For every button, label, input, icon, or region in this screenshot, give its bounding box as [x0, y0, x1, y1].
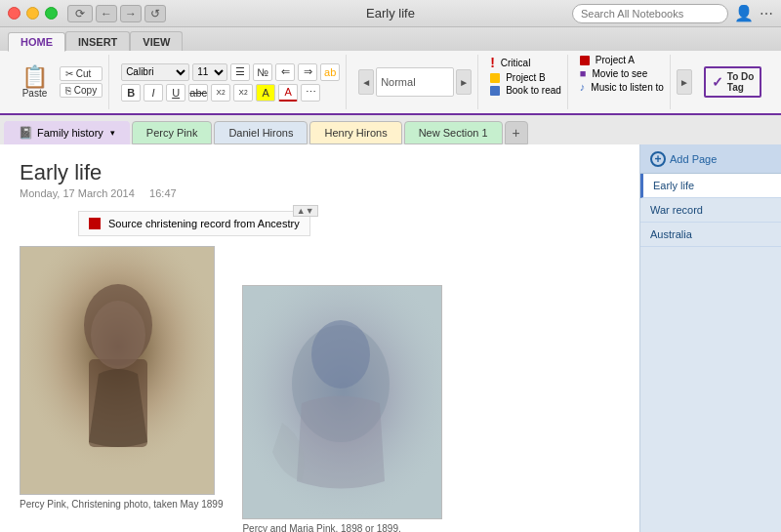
page-item-australia[interactable]: Australia — [640, 223, 781, 247]
project-a-icon — [580, 56, 590, 65]
add-page-icon: + — [650, 151, 666, 167]
todo-check-icon: ✓ — [712, 74, 723, 90]
font-size-select[interactable]: 11 — [192, 63, 227, 81]
todo-tag-button[interactable]: ✓ To Do Tag — [704, 66, 762, 98]
critical-icon: ! — [490, 55, 495, 70]
tab-insert[interactable]: INSERT — [65, 31, 130, 51]
page-title: Early life — [20, 160, 620, 185]
new-section-tab[interactable]: New Section 1 — [404, 121, 503, 144]
title-bar: ⟳ ← → ↺ Early life 👤 ⋯ — [0, 0, 781, 27]
bold-button[interactable]: B — [121, 84, 141, 102]
movie-label: Movie to see — [593, 68, 648, 79]
style-dropdown[interactable]: Normal — [376, 67, 454, 97]
music-icon: ♪ — [580, 81, 586, 93]
add-page-label: Add Page — [670, 153, 717, 165]
nav-back-button[interactable]: ← — [96, 5, 117, 22]
tab-view[interactable]: VIEW — [130, 31, 183, 51]
tab-home[interactable]: HOME — [8, 32, 65, 52]
font-family-select[interactable]: Calibri — [121, 63, 189, 81]
todo-label1: To Do — [727, 71, 755, 82]
notebook-tab-arrow: ▾ — [110, 128, 115, 138]
copy-button[interactable]: ⎘ Copy — [60, 83, 103, 98]
window-controls: ⟳ ← → ↺ — [8, 5, 166, 22]
notebook-tab-label: Family history — [37, 127, 103, 139]
photo-1-caption: Percy Pink, Christening photo, taken May… — [20, 499, 223, 510]
user-icon[interactable]: 👤 — [734, 4, 754, 22]
tags-expand-button[interactable]: ► — [677, 69, 692, 95]
nav-history-button[interactable]: ⟳ — [67, 5, 93, 22]
strikethrough-button[interactable]: abc — [188, 84, 208, 102]
image-block-2: Percy and Maria Pink, 1898 or 1899. — [242, 285, 442, 532]
percy-tab[interactable]: Percy Pink — [132, 121, 213, 144]
more-format-button[interactable]: ⋯ — [301, 84, 320, 102]
todo-group: ✓ To Do Tag — [698, 55, 768, 109]
ribbon-content: 📋 Paste ✂ Cut ⎘ Copy Calibri 11 ☰ № ⇐ ⇒ … — [0, 51, 781, 115]
time-text: 16:47 — [149, 187, 177, 199]
highlight-color-button[interactable]: A — [256, 84, 275, 102]
image-block-1: Percy Pink, Christening photo, taken May… — [20, 246, 223, 510]
source-section: ▲▼ Source christening record from Ancest… — [20, 211, 620, 236]
notebook-tab[interactable]: 📓 Family history ▾ — [4, 121, 130, 144]
source-icon — [89, 218, 101, 229]
svg-point-4 — [91, 301, 145, 369]
page-date: Monday, 17 March 2014 16:47 — [20, 187, 620, 199]
subscript-button[interactable]: X2 — [211, 84, 230, 102]
project-b-icon — [490, 73, 500, 83]
search-input[interactable] — [572, 4, 728, 23]
section-tabs: 📓 Family history ▾ Percy Pink Daniel Hir… — [0, 115, 781, 144]
daniel-tab-label: Daniel Hirons — [228, 127, 293, 139]
page-item-early-life[interactable]: Early life — [640, 174, 781, 198]
more-options-icon[interactable]: ⋯ — [760, 6, 773, 21]
style-group: ◄ Normal ► — [352, 55, 478, 109]
maximize-button[interactable] — [45, 7, 58, 20]
clipboard-group: 📋 Paste ✂ Cut ⎘ Copy — [8, 55, 109, 109]
highlight-button[interactable]: ab — [320, 63, 340, 81]
increase-indent-button[interactable]: ⇒ — [298, 63, 317, 81]
add-page-button[interactable]: + Add Page — [640, 144, 781, 174]
notebook-icon: 📓 — [19, 126, 33, 140]
title-bar-right: 👤 ⋯ — [572, 4, 773, 23]
source-text: Source christening record from Ancestry — [108, 218, 300, 229]
expand-button[interactable]: ▲▼ — [293, 205, 318, 217]
list-unordered-button[interactable]: ☰ — [230, 63, 250, 81]
nav-forward-button[interactable]: → — [120, 5, 142, 22]
paste-icon: 📋 — [21, 66, 48, 88]
window-title: Early life — [366, 6, 415, 20]
svg-point-8 — [311, 320, 370, 389]
italic-button[interactable]: I — [144, 84, 163, 102]
font-color-button[interactable]: A — [278, 84, 298, 102]
superscript-button[interactable]: X2 — [233, 84, 253, 102]
paste-button[interactable]: 📋 Paste — [14, 62, 56, 102]
paste-label: Paste — [22, 88, 48, 99]
date-text: Monday, 17 March 2014 — [20, 187, 135, 199]
close-button[interactable] — [8, 7, 21, 20]
project-a-label: Project A — [596, 55, 635, 65]
nav-refresh-button[interactable]: ↺ — [144, 5, 166, 22]
movie-icon: ■ — [580, 67, 587, 79]
todo-label2: Tag — [727, 82, 755, 93]
font-group: Calibri 11 ☰ № ⇐ ⇒ ab B I U abc X2 X2 A … — [115, 55, 347, 109]
photo-2-svg — [243, 286, 442, 519]
style-prev-button[interactable]: ◄ — [358, 69, 374, 95]
list-ordered-button[interactable]: № — [253, 63, 272, 81]
percy-tab-label: Percy Pink — [146, 127, 198, 139]
photo-2-caption: Percy and Maria Pink, 1898 or 1899. — [242, 523, 400, 532]
cut-button[interactable]: ✂ Cut — [60, 66, 103, 81]
source-box: Source christening record from Ancestry — [78, 211, 310, 236]
minimize-button[interactable] — [26, 7, 39, 20]
photo-1 — [20, 246, 215, 495]
new-section-label: New Section 1 — [419, 127, 488, 139]
book-label: Book to read — [506, 85, 561, 96]
music-label: Music to listen to — [591, 82, 663, 93]
clipboard-small-btns: ✂ Cut ⎘ Copy — [60, 66, 103, 98]
photo-2 — [242, 285, 442, 519]
add-section-button[interactable]: + — [505, 121, 528, 144]
style-next-button[interactable]: ► — [456, 69, 472, 95]
page-item-war-record[interactable]: War record — [640, 198, 781, 223]
daniel-tab[interactable]: Daniel Hirons — [214, 121, 308, 144]
tags-group-2: Project A ■ Movie to see ♪ Music to list… — [574, 55, 671, 109]
decrease-indent-button[interactable]: ⇐ — [275, 63, 295, 81]
project-b-label: Project B — [506, 72, 546, 83]
henry-tab[interactable]: Henry Hirons — [309, 121, 401, 144]
underline-button[interactable]: U — [166, 84, 185, 102]
